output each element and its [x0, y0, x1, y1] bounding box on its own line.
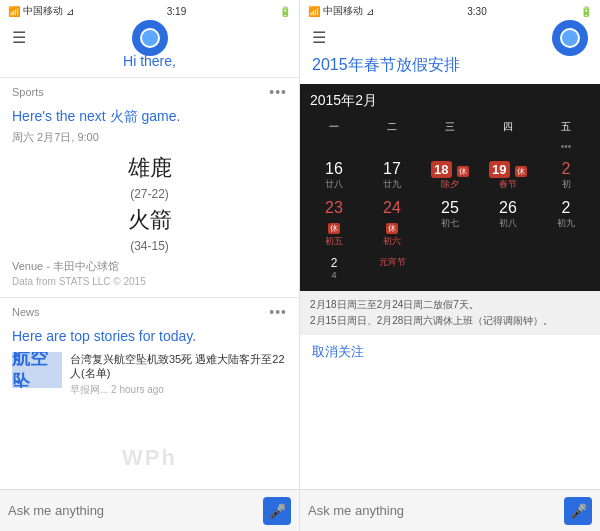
- time-right: 3:30: [467, 6, 486, 17]
- cal-note-2: 2月15日周日、2月28日周六调休上班（记得调闹钟）。: [310, 313, 590, 329]
- hamburger-menu-right[interactable]: ☰: [312, 28, 326, 47]
- cal-cell-dots: •••: [538, 138, 594, 155]
- wifi-icon-right: ⊿: [366, 6, 374, 17]
- rest-badge-19: 休: [515, 166, 527, 177]
- cal-cell-18: 18 休 除夕: [422, 157, 478, 194]
- cal-header-thu: 四: [480, 118, 536, 136]
- venue-text: Venue - 丰田中心球馆: [12, 259, 287, 274]
- left-scroll-area[interactable]: Sports ••• Here's the next 火箭 game. 周六 2…: [0, 77, 299, 489]
- status-icons-left: 📶 中国移动 ⊿: [8, 4, 74, 18]
- signal-icon-left: 📶: [8, 6, 20, 17]
- left-panel: 📶 中国移动 ⊿ 3:19 🔋 ☰ Hi there, Sports ••• H…: [0, 0, 300, 531]
- cal-cell-26: 26 初八: [480, 196, 536, 251]
- cal-cell-20: 2 初: [538, 157, 594, 194]
- cal-cell-27: 2 初九: [538, 196, 594, 251]
- cortana-logo-left[interactable]: [132, 20, 168, 56]
- cal-cell-24: 24 休 初六: [364, 196, 420, 251]
- cortana-inner-right: [560, 28, 580, 48]
- cal-cell-17: 17 廿九: [364, 157, 420, 194]
- team1-score: (27-22): [130, 187, 169, 201]
- ask-input-right[interactable]: [308, 503, 558, 518]
- sports-section-header: Sports •••: [0, 77, 299, 104]
- hamburger-menu-left[interactable]: ☰: [12, 28, 26, 47]
- bottom-bar-right: 🎤: [300, 489, 600, 531]
- rest-badge-24: 休: [386, 223, 398, 234]
- battery-left: 🔋: [279, 6, 291, 17]
- news-label: News: [12, 306, 40, 318]
- mic-button-right[interactable]: 🎤: [564, 497, 592, 525]
- sports-headline[interactable]: Here's the next 火箭 game.: [12, 108, 287, 126]
- cal-num-18: 18: [431, 161, 451, 178]
- cal-header-tue: 二: [364, 118, 420, 136]
- right-panel: 📶 中国移动 ⊿ 3:30 🔋 ☰ 2015年春节放假安排 2015年2月 一 …: [300, 0, 600, 531]
- team2-name: 火箭: [128, 205, 172, 235]
- cal-month-title: 2015年2月: [306, 92, 594, 110]
- mic-icon-left: 🎤: [269, 503, 286, 519]
- cal-cell-last: 2 4: [306, 253, 362, 283]
- team2-score: (34-15): [130, 239, 169, 253]
- carrier-left: 中国移动: [23, 4, 63, 18]
- news-thumbnail-1: 航空坠: [12, 352, 62, 388]
- calendar-container: 2015年2月 一 二 三 四 五 ••• 16 廿八: [300, 84, 600, 291]
- teams-container: 雄鹿 (27-22) 火箭 (34-15): [12, 153, 287, 253]
- cal-num-19: 19: [489, 161, 509, 178]
- rest-badge-23: 休: [328, 223, 340, 234]
- calendar-notes: 2月18日周三至2月24日周二放假7天。 2月15日周日、2月28日周六调休上班…: [300, 291, 600, 335]
- cancel-follow-button[interactable]: 取消关注: [300, 335, 600, 369]
- signal-icon-right: 📶: [308, 6, 320, 17]
- bottom-bar-left: 🎤: [0, 489, 299, 531]
- ask-input-left[interactable]: [8, 503, 257, 518]
- cal-cell-23: 23 休 初五: [306, 196, 362, 251]
- calendar-grid: 一 二 三 四 五 ••• 16 廿八 17: [306, 118, 594, 283]
- mic-button-left[interactable]: 🎤: [263, 497, 291, 525]
- sports-menu-dots[interactable]: •••: [269, 84, 287, 100]
- news-section-header: News •••: [0, 297, 299, 324]
- cal-cell-empty3: [422, 138, 478, 155]
- cal-cell-lantern: 元宵节: [364, 253, 420, 283]
- cal-header-wed: 三: [422, 118, 478, 136]
- news-menu-dots[interactable]: •••: [269, 304, 287, 320]
- news-title-1: 台湾复兴航空坠机致35死 遇难大陆客升至22人(名单): [70, 352, 287, 381]
- header-left: ☰: [0, 22, 299, 51]
- wifi-icon-left: ⊿: [66, 6, 74, 17]
- news-text-1: 台湾复兴航空坠机致35死 遇难大陆客升至22人(名单) 早报网... 2 hou…: [70, 352, 287, 397]
- news-section: Here are top stories for today. 航空坠 台湾复兴…: [0, 324, 299, 411]
- status-bar-right: 📶 中国移动 ⊿ 3:30 🔋: [300, 0, 600, 22]
- sports-card: Here's the next 火箭 game. 周六 2月7日, 9:00 雄…: [0, 104, 299, 297]
- carrier-right: 中国移动: [323, 4, 363, 18]
- news-meta-1: 早报网... 2 hours ago: [70, 383, 287, 397]
- cal-header-mon: 一: [306, 118, 362, 136]
- battery-right: 🔋: [580, 6, 592, 17]
- sports-time: 周六 2月7日, 9:00: [12, 130, 287, 145]
- team1-name: 雄鹿: [128, 153, 172, 183]
- cal-cell-empty4: [480, 138, 536, 155]
- cortana-inner-left: [140, 28, 160, 48]
- cal-cell-empty1: [306, 138, 362, 155]
- cal-cell-16: 16 廿八: [306, 157, 362, 194]
- sports-label: Sports: [12, 86, 44, 98]
- right-content[interactable]: 2015年春节放假安排 2015年2月 一 二 三 四 五 •••: [300, 51, 600, 489]
- cortana-logo-right[interactable]: [552, 20, 588, 56]
- holiday-title: 2015年春节放假安排: [300, 51, 600, 84]
- status-icons-right: 📶 中国移动 ⊿: [308, 4, 374, 18]
- news-headline[interactable]: Here are top stories for today.: [12, 328, 287, 344]
- cal-note-1: 2月18日周三至2月24日周二放假7天。: [310, 297, 590, 313]
- data-source: Data from STATS LLC © 2015: [12, 276, 287, 287]
- time-left: 3:19: [167, 6, 186, 17]
- cal-cell-19: 19 休 春节: [480, 157, 536, 194]
- cal-cell-25: 25 初七: [422, 196, 478, 251]
- rest-badge-18: 休: [457, 166, 469, 177]
- mic-icon-right: 🎤: [570, 503, 587, 519]
- header-right: ☰: [300, 22, 600, 51]
- cal-header-fri: 五: [538, 118, 594, 136]
- cal-cell-empty2: [364, 138, 420, 155]
- news-item-1[interactable]: 航空坠 台湾复兴航空坠机致35死 遇难大陆客升至22人(名单) 早报网... 2…: [12, 352, 287, 397]
